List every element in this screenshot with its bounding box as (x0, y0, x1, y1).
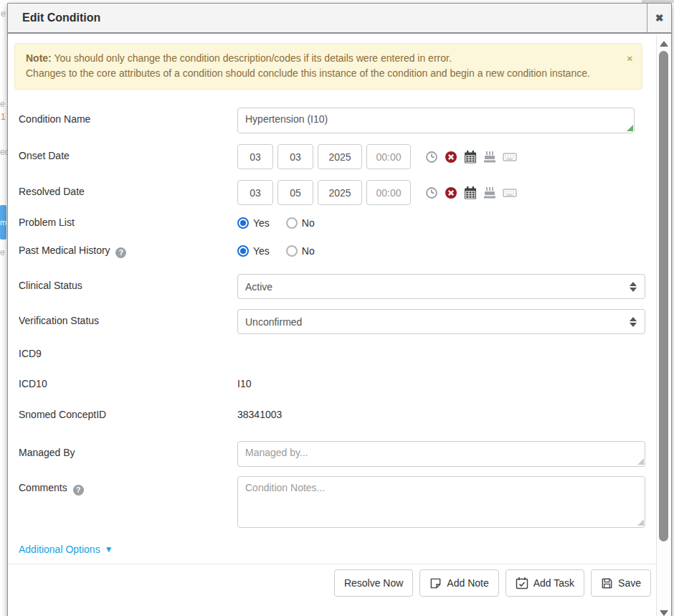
comments-input[interactable] (237, 476, 645, 528)
onset-year-input[interactable] (318, 144, 362, 169)
clinical-status-select[interactable]: Active (237, 274, 645, 299)
warning-note-prefix: Note: (26, 52, 52, 64)
condition-name-label: Condition Name (19, 108, 237, 125)
onset-month-input[interactable] (237, 144, 273, 169)
resolved-day-input[interactable] (277, 180, 313, 205)
add-note-button[interactable]: Add Note (419, 569, 498, 597)
save-button[interactable]: Save (591, 569, 651, 597)
onset-date-row: Onset Date (8, 144, 656, 169)
scrollbar[interactable] (656, 35, 671, 616)
snomed-row: Snomed ConceptID 38341003 (8, 409, 656, 420)
radio-label: No (302, 245, 315, 257)
background-text-fragment: e (0, 247, 5, 257)
select-caret-icon (630, 317, 637, 327)
background-text-fragment: e (1, 9, 6, 19)
snomed-value: 38341003 (237, 409, 645, 420)
pmh-no-radio[interactable] (286, 245, 298, 257)
clinical-status-label: Clinical Status (19, 274, 237, 291)
remove-icon[interactable] (445, 151, 457, 164)
task-icon (516, 577, 528, 589)
background-blue-button-fragment: m (0, 205, 6, 240)
problem-list-yes-radio[interactable] (237, 217, 249, 229)
icd9-label: ICD9 (19, 348, 237, 359)
resolved-month-input[interactable] (237, 180, 273, 205)
resolved-time-input[interactable] (366, 180, 411, 205)
radio-label: Yes (253, 245, 270, 257)
icd10-value: I10 (237, 378, 645, 389)
resolved-year-input[interactable] (318, 180, 362, 205)
clinical-status-row: Clinical Status Active (8, 274, 656, 299)
clock-icon[interactable] (425, 186, 438, 199)
managed-by-label: Managed By (19, 441, 237, 458)
dialog-title: Edit Condition (8, 11, 100, 24)
dialog-footer: Resolve Now Add Note Add Task Save (8, 564, 656, 597)
calendar-icon[interactable] (464, 151, 477, 164)
resize-handle-icon (627, 125, 633, 131)
background-text-fragment: e (0, 99, 5, 109)
keyboard-icon[interactable] (503, 186, 517, 199)
help-icon[interactable]: ? (115, 247, 126, 258)
verification-status-label: Verification Status (19, 309, 237, 326)
resize-handle-icon (637, 458, 644, 465)
dialog-header: Edit Condition ✖ (8, 4, 671, 34)
additional-options-link[interactable]: Additional Options ▼ (19, 544, 113, 555)
condition-name-row: Condition Name Hypertension (I10) (8, 108, 656, 133)
dialog-body: Note: You should only change the conditi… (8, 35, 656, 616)
comments-label: Comments ? (19, 476, 237, 496)
remove-icon[interactable] (445, 186, 457, 199)
warning-note: Note: You should only change the conditi… (14, 43, 642, 90)
clock-icon[interactable] (425, 151, 438, 164)
edit-condition-dialog: Edit Condition ✖ Note: You should only c… (7, 3, 672, 616)
resolve-now-button[interactable]: Resolve Now (334, 569, 413, 597)
verification-status-value: Unconfirmed (245, 316, 302, 328)
calendar-icon[interactable] (464, 186, 477, 199)
clinical-status-value: Active (245, 281, 272, 293)
save-icon (601, 577, 613, 589)
radio-label: Yes (253, 217, 270, 229)
add-task-button[interactable]: Add Task (506, 569, 584, 597)
problem-list-no-radio[interactable] (286, 217, 298, 229)
managed-by-input[interactable] (237, 441, 645, 467)
dismiss-note-icon[interactable]: × (627, 51, 632, 66)
scroll-up-icon[interactable] (660, 41, 668, 47)
note-icon (429, 577, 442, 589)
close-icon[interactable]: ✖ (647, 4, 671, 32)
caret-down-icon: ▼ (105, 544, 113, 554)
verification-status-select[interactable]: Unconfirmed (237, 309, 645, 334)
icd10-label: ICD10 (19, 378, 237, 389)
past-medical-history-label: Past Medical History ? (19, 245, 237, 258)
scroll-down-icon[interactable] (660, 610, 668, 616)
problem-list-label: Problem List (19, 217, 237, 228)
managed-by-row: Managed By (8, 441, 656, 467)
snomed-label: Snomed ConceptID (19, 409, 237, 420)
select-caret-icon (630, 282, 637, 292)
warning-note-line1: Note: You should only change the conditi… (26, 51, 617, 66)
birthday-icon[interactable] (483, 186, 496, 199)
onset-day-input[interactable] (277, 144, 313, 169)
resize-handle-icon (637, 519, 644, 526)
warning-note-line2: Changes to the core attributes of a cond… (26, 66, 617, 81)
scrollbar-thumb[interactable] (659, 51, 668, 541)
onset-date-label: Onset Date (19, 144, 237, 161)
keyboard-icon[interactable] (503, 151, 517, 164)
verification-status-row: Verification Status Unconfirmed (8, 309, 656, 334)
radio-label: No (302, 217, 315, 229)
resolved-date-row: Resolved Date (8, 180, 656, 205)
onset-time-input[interactable] (366, 144, 411, 169)
icd10-row: ICD10 I10 (8, 378, 656, 389)
past-medical-history-row: Past Medical History ? Yes No (8, 245, 656, 258)
icd9-row: ICD9 (8, 348, 656, 359)
pmh-yes-radio[interactable] (237, 245, 249, 257)
comments-row: Comments ? (8, 476, 656, 528)
help-icon[interactable]: ? (73, 485, 84, 496)
background-text-fragment: 1 (1, 112, 6, 122)
birthday-icon[interactable] (483, 151, 496, 164)
resolved-date-label: Resolved Date (19, 180, 237, 197)
problem-list-row: Problem List Yes No (8, 217, 656, 229)
condition-name-input[interactable]: Hypertension (I10) (237, 108, 635, 133)
